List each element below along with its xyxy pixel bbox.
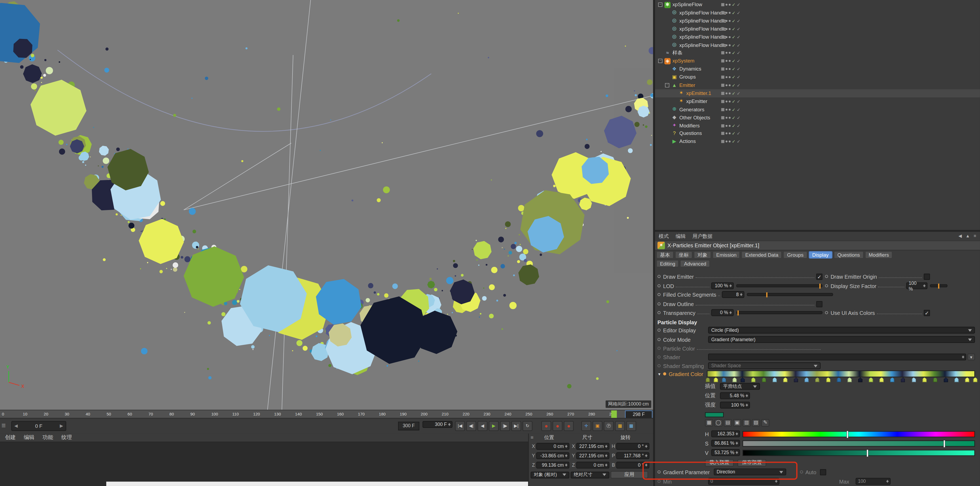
- object-row-xpSplineFlow Handle[interactable]: ◎xpSplineFlow Handle✓✓: [655, 41, 980, 49]
- use-ui-axis-colors-checkbox[interactable]: ✓: [924, 310, 930, 316]
- display-size-factor-field[interactable]: 100 %: [906, 283, 928, 289]
- gradient-knot[interactable]: [837, 377, 841, 383]
- gradient-knot[interactable]: [722, 377, 726, 383]
- object-toggles[interactable]: ✓✓: [721, 115, 741, 120]
- timeline-playhead[interactable]: [611, 410, 617, 418]
- gradient-knot[interactable]: [869, 377, 873, 383]
- object-toggles[interactable]: ✓✓: [721, 99, 741, 103]
- gradient-knot[interactable]: [879, 377, 884, 383]
- spectrum-icon[interactable]: ▤: [724, 419, 732, 426]
- object-toggles[interactable]: ✓✓: [721, 91, 741, 95]
- object-toggles[interactable]: ✓✓: [721, 59, 741, 63]
- end-frame-box[interactable]: 300 F: [398, 422, 419, 430]
- frame-increment-icon[interactable]: ▶: [60, 424, 63, 429]
- gradient-knot[interactable]: [705, 377, 710, 383]
- tree-expander-icon[interactable]: −: [658, 59, 662, 63]
- coord-field-尺寸-Z[interactable]: 0 cm: [576, 462, 609, 469]
- material-menu-创建[interactable]: 创建: [5, 434, 16, 441]
- gradient-knot[interactable]: [922, 377, 927, 383]
- gradient-knot[interactable]: [901, 377, 905, 383]
- autokey-target-icon[interactable]: ✛: [581, 421, 591, 431]
- object-toggles[interactable]: ✓✓: [721, 83, 741, 87]
- back-arrow-icon[interactable]: ◀: [959, 233, 962, 239]
- object-toggles[interactable]: ✓✓: [721, 67, 741, 71]
- color-wheel-icon[interactable]: ◯: [714, 419, 722, 426]
- transparency-slider[interactable]: [737, 311, 822, 314]
- coord-field-尺寸-Y[interactable]: 227.195 cm: [576, 452, 609, 459]
- frame-decrement-icon[interactable]: ◀: [14, 424, 18, 429]
- gradient-knot[interactable]: [732, 377, 737, 383]
- attr-menu-模式[interactable]: 模式: [659, 233, 669, 240]
- gradient-knot[interactable]: [740, 377, 745, 383]
- panel-divider[interactable]: [653, 0, 655, 486]
- tab-Emission[interactable]: Emission: [713, 251, 740, 259]
- object-row-xpSystem[interactable]: −◈xpSystem✓✓: [655, 57, 980, 65]
- lod-slider[interactable]: [737, 284, 822, 287]
- object-toggles[interactable]: ✓✓: [721, 27, 741, 31]
- parameter-record-icon[interactable]: Ⓟ: [604, 421, 614, 431]
- coord-field-旋转-H[interactable]: 0 °: [616, 443, 649, 450]
- gradient-knot[interactable]: [805, 377, 809, 383]
- object-row-Dynamics[interactable]: ❖Dynamics✓✓: [655, 65, 980, 73]
- goto-start-button[interactable]: |◀: [455, 421, 465, 431]
- object-row-Emitter[interactable]: −▲Emitter✓✓: [655, 81, 980, 89]
- coord-field-尺寸-X[interactable]: 227.195 cm: [576, 443, 609, 450]
- gradient-knot[interactable]: [848, 377, 852, 383]
- attr-menu-用户数据[interactable]: 用户数据: [693, 233, 713, 240]
- load-preset-button[interactable]: 载入预置: [705, 459, 733, 467]
- play-button[interactable]: ▶: [488, 421, 499, 431]
- object-toggles[interactable]: ✓✓: [721, 107, 741, 111]
- tab-Extended Data[interactable]: Extended Data: [741, 251, 782, 259]
- coord-field-位置-Z[interactable]: 99.136 cm: [536, 462, 569, 469]
- draw-outline-checkbox[interactable]: [816, 301, 822, 307]
- saturation-slider[interactable]: [743, 440, 975, 446]
- coord-field-旋转-P[interactable]: 117.768 °: [616, 452, 649, 459]
- gradient-knot[interactable]: [954, 377, 959, 383]
- value-field[interactable]: 53.725 %: [711, 449, 740, 456]
- apply-button[interactable]: 应用: [611, 471, 648, 478]
- tab-Modifiers[interactable]: Modifiers: [865, 251, 893, 259]
- object-toggles[interactable]: ✓✓: [721, 35, 741, 39]
- prev-key-button[interactable]: ◀|: [466, 421, 476, 431]
- tree-expander-icon[interactable]: −: [658, 2, 662, 7]
- gradient-knot[interactable]: [826, 377, 830, 383]
- subtab-Advanced[interactable]: Advanced: [680, 260, 710, 267]
- gradient-knot[interactable]: [762, 377, 766, 383]
- gradient-knot[interactable]: [714, 377, 718, 383]
- picker-pen-icon[interactable]: ✎: [761, 419, 769, 426]
- gradient-knot[interactable]: [815, 377, 819, 383]
- coord-field-旋转-B[interactable]: 0 °: [616, 462, 649, 469]
- object-row-xpSplineFlow Handle[interactable]: ◎xpSplineFlow Handle✓✓: [655, 9, 980, 17]
- object-row-Other Objects[interactable]: ◆Other Objects✓✓: [655, 113, 980, 122]
- gradient-knot[interactable]: [773, 377, 777, 383]
- current-frame-field[interactable]: 298 F: [625, 410, 652, 418]
- prev-frame-button[interactable]: ◀: [477, 421, 487, 431]
- editor-display-dropdown[interactable]: Circle (Filled): [708, 327, 975, 334]
- value-slider[interactable]: [743, 449, 975, 456]
- filled-circle-segments-field[interactable]: 8: [722, 291, 745, 298]
- size-mode-dropdown[interactable]: 绝对尺寸: [571, 471, 609, 478]
- next-frame-button[interactable]: |▶: [500, 421, 510, 431]
- swatches-icon[interactable]: ▦: [705, 419, 713, 426]
- object-row-Generators[interactable]: ⊕Generators✓✓: [655, 105, 980, 113]
- loop-button[interactable]: ↻: [522, 421, 532, 431]
- gradient-knot[interactable]: [965, 377, 969, 383]
- object-toggles[interactable]: ✓✓: [721, 123, 741, 128]
- object-row-Modifiers[interactable]: ✦Modifiers✓✓: [655, 122, 980, 130]
- saturation-field[interactable]: 86.861 %: [711, 440, 740, 447]
- expander-icon[interactable]: ▼: [657, 372, 661, 376]
- coordinate-mode-dropdown[interactable]: 对象 (相对): [531, 471, 569, 478]
- tab-坐标[interactable]: 坐标: [675, 251, 692, 259]
- lod-field[interactable]: 100 %: [711, 283, 733, 289]
- hue-field[interactable]: 162.353: [711, 430, 740, 437]
- object-row-xpSplineFlow Handle[interactable]: ◎xpSplineFlow Handle✓✓: [655, 33, 980, 41]
- max-field[interactable]: 100: [856, 478, 890, 485]
- gradient-parameter-dropdown[interactable]: Direction: [714, 469, 786, 475]
- tab-Display[interactable]: Display: [808, 251, 832, 259]
- tree-expander-icon[interactable]: −: [665, 83, 669, 87]
- up-arrow-icon[interactable]: ▲: [966, 233, 970, 239]
- auto-checkbox[interactable]: [820, 469, 826, 475]
- gradient-knot[interactable]: [783, 377, 788, 383]
- gradient-knot[interactable]: [973, 377, 977, 383]
- coord-field-位置-Y[interactable]: -33.865 cm: [536, 452, 569, 459]
